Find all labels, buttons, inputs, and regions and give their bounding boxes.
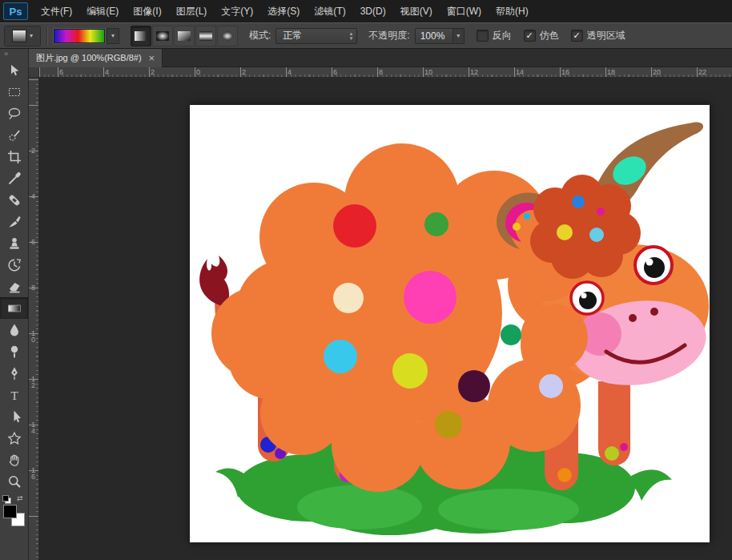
gradient-picker[interactable]: ▾ bbox=[54, 28, 119, 44]
options-bar: ▾ ▾ 模式: 正常 ▴▾ 不透明度: 100% ▾ 反向✓仿色✓透明区域 bbox=[0, 22, 732, 49]
dodge-tool-icon bbox=[6, 344, 22, 360]
ruler-label: 14 bbox=[516, 68, 524, 76]
foreground-color-swatch[interactable] bbox=[3, 505, 17, 518]
reflected-gradient-button[interactable] bbox=[195, 26, 216, 46]
ruler-label: 4 bbox=[105, 68, 109, 76]
checkbox-unchecked[interactable] bbox=[477, 30, 489, 42]
gradient-type-buttons bbox=[131, 26, 238, 46]
checkbox-option[interactable]: 反向 bbox=[477, 29, 512, 42]
menu-item[interactable]: 文件(F) bbox=[34, 0, 79, 22]
ruler-label: 1 6 bbox=[31, 467, 35, 480]
eraser-tool[interactable] bbox=[0, 276, 28, 297]
polka-dot bbox=[539, 374, 563, 398]
ruler-label: 1 2 bbox=[31, 376, 35, 389]
checkbox-label: 仿色 bbox=[540, 29, 559, 42]
gradient-tool[interactable] bbox=[0, 297, 28, 319]
rectangular-marquee-tool-icon bbox=[6, 84, 22, 100]
checkbox-checked[interactable]: ✓ bbox=[571, 30, 583, 42]
menu-item[interactable]: 滤镜(T) bbox=[307, 0, 352, 22]
menu-item[interactable]: 图像(I) bbox=[126, 0, 168, 22]
hand-tool[interactable] bbox=[0, 449, 28, 470]
ruler-label: 6 bbox=[31, 239, 35, 245]
polka-dot bbox=[513, 223, 521, 231]
gradient-preview[interactable] bbox=[54, 29, 105, 43]
gradient-tool-icon bbox=[6, 300, 22, 316]
menu-item[interactable]: 图层(L) bbox=[169, 0, 215, 22]
menu-item[interactable]: 3D(D) bbox=[353, 0, 393, 22]
default-colors-icon[interactable] bbox=[2, 495, 10, 502]
type-tool[interactable]: T bbox=[0, 384, 28, 405]
collapse-panel-button[interactable]: » bbox=[0, 49, 28, 59]
menu-item[interactable]: 选择(S) bbox=[260, 0, 307, 22]
rectangular-marquee-tool[interactable] bbox=[0, 81, 28, 103]
opacity-label: 不透明度: bbox=[368, 29, 409, 42]
ruler-label: 0 bbox=[196, 68, 200, 76]
zoom-tool[interactable] bbox=[0, 470, 28, 492]
ruler-label: 2 bbox=[242, 68, 246, 76]
menu-item[interactable]: 窗口(W) bbox=[440, 0, 489, 22]
clone-stamp-tool[interactable] bbox=[0, 232, 28, 254]
spot-healing-brush-tool[interactable] bbox=[0, 189, 28, 211]
dodge-tool[interactable] bbox=[0, 340, 28, 362]
tools-panel: » T ⇄ bbox=[0, 49, 29, 560]
radial-gradient-button[interactable] bbox=[152, 26, 173, 46]
ruler-label: 16 bbox=[561, 68, 569, 76]
collapse-icon: » bbox=[4, 50, 8, 58]
lasso-tool[interactable] bbox=[0, 103, 28, 124]
blur-tool-icon bbox=[6, 322, 22, 338]
eyedropper-tool[interactable] bbox=[0, 167, 28, 189]
tool-preset-picker[interactable]: ▾ bbox=[4, 26, 41, 46]
clone-stamp-tool-icon bbox=[6, 236, 22, 252]
checkbox-option[interactable]: ✓透明区域 bbox=[571, 29, 625, 42]
path-selection-tool[interactable] bbox=[0, 405, 28, 427]
polka-dot bbox=[333, 283, 364, 313]
gradient-picker-arrow[interactable]: ▾ bbox=[107, 28, 119, 44]
document-tab[interactable]: 图片.jpg @ 100%(RGB/8#) × bbox=[29, 49, 163, 67]
vertical-ruler[interactable]: 24681 01 21 41 6 bbox=[29, 78, 39, 560]
crop-tool[interactable] bbox=[0, 146, 28, 167]
diamond-gradient-button[interactable] bbox=[217, 26, 238, 46]
ruler-label: 1 4 bbox=[31, 421, 35, 434]
polka-dot bbox=[557, 224, 573, 240]
swap-colors-icon[interactable]: ⇄ bbox=[17, 494, 23, 502]
move-tool[interactable] bbox=[0, 59, 28, 81]
lasso-tool-icon bbox=[6, 106, 22, 122]
artwork-svg bbox=[190, 105, 710, 542]
polka-dot bbox=[404, 271, 456, 324]
menu-item[interactable]: 视图(V) bbox=[393, 0, 440, 22]
menu-item[interactable]: 编辑(E) bbox=[79, 0, 126, 22]
linear-gradient-button[interactable] bbox=[131, 26, 151, 46]
angle-gradient-button[interactable] bbox=[174, 26, 195, 46]
polka-dot bbox=[392, 353, 428, 389]
close-icon[interactable]: × bbox=[149, 53, 155, 63]
brush-tool[interactable] bbox=[0, 211, 28, 232]
pen-tool[interactable] bbox=[0, 362, 28, 384]
menu-item[interactable]: 帮助(H) bbox=[489, 0, 536, 22]
history-brush-tool[interactable] bbox=[0, 254, 28, 276]
menu-item[interactable]: 文字(Y) bbox=[214, 0, 260, 22]
polka-dot bbox=[524, 213, 530, 220]
ruler-label: 12 bbox=[470, 68, 478, 76]
checkbox-option[interactable]: ✓仿色 bbox=[524, 29, 559, 42]
quick-selection-tool[interactable] bbox=[0, 124, 28, 146]
custom-shape-tool[interactable] bbox=[0, 427, 28, 449]
options-checkboxes: 反向✓仿色✓透明区域 bbox=[465, 29, 625, 42]
ruler-label: 18 bbox=[607, 68, 615, 76]
chevron-down-icon: ▾ bbox=[30, 33, 33, 39]
opacity-value: 100% bbox=[420, 30, 445, 42]
opacity-field[interactable]: 100% bbox=[415, 28, 453, 44]
opacity-dropdown-arrow[interactable]: ▾ bbox=[453, 28, 465, 44]
horizontal-ruler[interactable]: 6420246810121416182022 bbox=[29, 67, 732, 78]
checkbox-checked[interactable]: ✓ bbox=[524, 30, 536, 42]
ruler-label: 20 bbox=[653, 68, 661, 76]
ruler-label: 6 bbox=[333, 68, 337, 76]
chevron-down-icon: ▾ bbox=[111, 33, 115, 39]
canvas-image[interactable] bbox=[190, 105, 710, 542]
blend-mode-dropdown[interactable]: 正常 ▴▾ bbox=[276, 28, 357, 44]
path-selection-tool-icon bbox=[6, 409, 22, 425]
menu-bar-items: 文件(F)编辑(E)图像(I)图层(L)文字(Y)选择(S)滤镜(T)3D(D)… bbox=[34, 0, 536, 22]
polka-dot bbox=[597, 207, 605, 216]
ruler-label: 1 0 bbox=[31, 330, 35, 343]
blur-tool[interactable] bbox=[0, 319, 28, 340]
document-tab-bar: 图片.jpg @ 100%(RGB/8#) × bbox=[29, 49, 732, 67]
